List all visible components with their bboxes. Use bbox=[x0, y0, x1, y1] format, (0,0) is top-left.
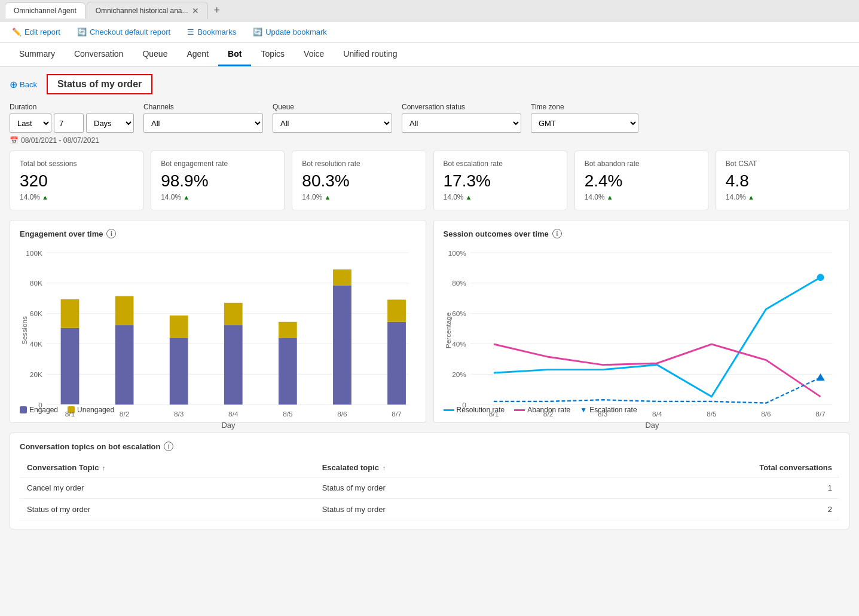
pencil-icon: ✏️ bbox=[12, 27, 22, 36]
kpi-change: 14.0% ▲ bbox=[302, 193, 415, 201]
svg-text:8/1: 8/1 bbox=[65, 410, 75, 418]
bookmarks-button[interactable]: ☰ Bookmarks bbox=[185, 26, 239, 38]
nav-tabs: Summary Conversation Queue Agent Bot Top… bbox=[0, 43, 859, 67]
cell-total: 1 bbox=[563, 477, 839, 499]
tab-summary[interactable]: Summary bbox=[10, 43, 65, 66]
sort-icon[interactable]: ↑ bbox=[383, 464, 386, 471]
bar-engaged bbox=[170, 338, 188, 404]
toolbar: ✏️ Edit report 🔄 Checkout default report… bbox=[0, 22, 859, 43]
session-chart-card: Session outcomes over time i 100% 80% 60… bbox=[433, 220, 850, 423]
bar-engaged bbox=[279, 338, 297, 404]
svg-text:8/5: 8/5 bbox=[283, 410, 293, 418]
tab-omnichannel-agent[interactable]: Omnichannel Agent bbox=[5, 2, 85, 19]
kpi-value: 17.3% bbox=[444, 171, 557, 191]
edit-report-button[interactable]: ✏️ Edit report bbox=[10, 26, 63, 38]
tab-bot[interactable]: Bot bbox=[218, 43, 251, 66]
duration-label: Duration bbox=[10, 103, 134, 111]
tab-queue[interactable]: Queue bbox=[133, 43, 177, 66]
channels-filter: Channels All bbox=[143, 103, 263, 133]
conv-status-select[interactable]: All bbox=[402, 114, 521, 133]
bar-unengaged bbox=[115, 296, 134, 326]
cell-escalated: Status of my order bbox=[315, 477, 563, 499]
sort-icon[interactable]: ↑ bbox=[102, 464, 106, 471]
update-bookmark-label: Update bookmark bbox=[265, 27, 327, 36]
svg-text:80%: 80% bbox=[452, 279, 466, 287]
kpi-value: 4.8 bbox=[726, 171, 839, 191]
tab-agent[interactable]: Agent bbox=[177, 43, 218, 66]
kpi-title: Total bot sessions bbox=[20, 160, 133, 168]
kpi-change: 14.0% ▲ bbox=[20, 193, 133, 201]
tab-omnichannel-historical[interactable]: Omnichannel historical ana... ✕ bbox=[87, 2, 208, 19]
bar-engaged bbox=[387, 322, 406, 404]
duration-filter: Duration Last Days bbox=[10, 103, 134, 133]
svg-text:60%: 60% bbox=[452, 309, 466, 318]
arrow-up-icon: ▲ bbox=[42, 194, 48, 201]
back-button[interactable]: ⊕ Back bbox=[10, 79, 37, 90]
back-circle-icon: ⊕ bbox=[10, 79, 17, 90]
tab-conversation[interactable]: Conversation bbox=[65, 43, 133, 66]
cell-topic: Status of my order bbox=[20, 499, 315, 520]
duration-preset-select[interactable]: Last bbox=[10, 114, 51, 133]
svg-text:20K: 20K bbox=[30, 370, 42, 379]
checkout-default-label: Checkout default report bbox=[90, 27, 170, 36]
svg-text:8/6: 8/6 bbox=[337, 410, 347, 418]
bar-unengaged bbox=[170, 315, 188, 338]
svg-text:8/4: 8/4 bbox=[652, 410, 662, 418]
browser-tabs-bar: Omnichannel Agent Omnichannel historical… bbox=[0, 0, 859, 22]
conversation-topics-table: Conversation Topic ↑ Escalated topic ↑ T… bbox=[20, 458, 839, 520]
back-label: Back bbox=[20, 80, 37, 89]
bar-unengaged bbox=[279, 322, 297, 338]
filters-row: Duration Last Days Channels All Queue Al… bbox=[10, 103, 849, 133]
kpi-bot-engagement-rate: Bot engagement rate 98.9% 14.0% ▲ bbox=[151, 151, 285, 210]
queue-label: Queue bbox=[273, 103, 392, 111]
duration-value-input[interactable] bbox=[54, 114, 84, 133]
timezone-filter: Time zone GMT bbox=[531, 103, 638, 133]
tab-label: Omnichannel historical ana... bbox=[96, 7, 188, 15]
new-tab-button[interactable]: + bbox=[209, 2, 225, 19]
date-range: 📅 08/01/2021 - 08/07/2021 bbox=[10, 136, 849, 145]
bar-unengaged bbox=[333, 269, 351, 286]
svg-text:40K: 40K bbox=[30, 340, 42, 348]
svg-text:100%: 100% bbox=[448, 249, 466, 258]
col-total-conversations: Total conversations bbox=[563, 458, 839, 477]
channels-select[interactable]: All bbox=[143, 114, 263, 133]
kpi-value: 98.9% bbox=[161, 171, 274, 191]
resolution-line bbox=[494, 277, 821, 397]
svg-text:8/6: 8/6 bbox=[761, 410, 771, 418]
duration-unit-select[interactable]: Days bbox=[86, 114, 134, 133]
session-chart-svg: 100% 80% 60% 40% 20% 0 Percentage bbox=[444, 246, 840, 430]
tab-unified-routing[interactable]: Unified routing bbox=[334, 43, 406, 66]
resolution-point bbox=[817, 274, 824, 281]
timezone-select[interactable]: GMT bbox=[531, 114, 638, 133]
svg-text:Percentage: Percentage bbox=[444, 312, 452, 348]
arrow-up-icon: ▲ bbox=[748, 194, 754, 201]
svg-text:0: 0 bbox=[462, 401, 466, 409]
queue-select[interactable]: All bbox=[273, 114, 392, 133]
table-row: Cancel my order Status of my order 1 bbox=[20, 477, 839, 499]
svg-text:60K: 60K bbox=[30, 309, 42, 318]
table-header-row: Conversation Topic ↑ Escalated topic ↑ T… bbox=[20, 458, 839, 477]
svg-text:Day: Day bbox=[645, 421, 659, 429]
info-icon[interactable]: i bbox=[106, 229, 116, 238]
tab-voice[interactable]: Voice bbox=[294, 43, 334, 66]
close-icon[interactable]: ✕ bbox=[192, 6, 199, 16]
info-icon[interactable]: i bbox=[164, 442, 173, 451]
cell-total: 2 bbox=[563, 499, 839, 520]
info-icon[interactable]: i bbox=[552, 229, 562, 238]
checkout-default-button[interactable]: 🔄 Checkout default report bbox=[75, 26, 173, 38]
update-bookmark-button[interactable]: 🔄 Update bookmark bbox=[250, 26, 329, 38]
tab-label: Omnichannel Agent bbox=[14, 7, 77, 15]
refresh-icon: 🔄 bbox=[77, 27, 87, 36]
tab-topics[interactable]: Topics bbox=[251, 43, 294, 66]
bar-unengaged bbox=[61, 299, 80, 328]
table-row: Status of my order Status of my order 2 bbox=[20, 499, 839, 520]
calendar-icon: 📅 bbox=[10, 136, 19, 145]
session-chart-title: Session outcomes over time i bbox=[444, 229, 840, 238]
page-title: Status of my order bbox=[47, 74, 152, 94]
conv-status-label: Conversation status bbox=[402, 103, 521, 111]
svg-text:100K: 100K bbox=[26, 249, 42, 258]
svg-text:Day: Day bbox=[221, 421, 236, 429]
engagement-chart-container: 100K 80K 60K 40K 20K 0 Sessions bbox=[20, 246, 416, 401]
session-chart-container: 100% 80% 60% 40% 20% 0 Percentage bbox=[444, 246, 840, 401]
kpi-title: Bot escalation rate bbox=[444, 160, 557, 168]
